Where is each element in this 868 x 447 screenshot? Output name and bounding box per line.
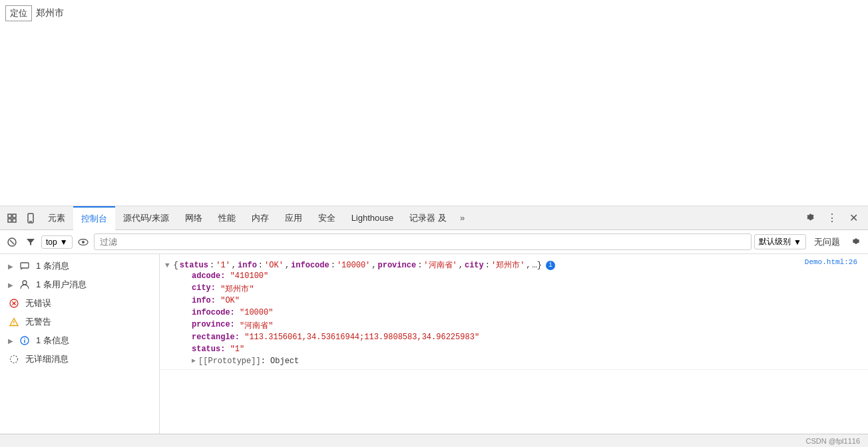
eye-icon[interactable] [75,234,91,250]
key-info: info: [192,296,216,305]
level-label: 默认级别 [759,236,791,247]
error-icon [8,297,20,309]
summary-colon5: : [485,261,490,270]
field-info: info: "OK" [192,295,479,307]
location-label: 定位 [5,5,32,21]
key-city: city: [192,283,216,293]
footer: CSDN @fpl1116 [0,434,868,447]
user-arrow: ▶ [8,281,13,289]
key-rectangle: rectangle: [192,333,240,342]
val-status: "1" [230,345,245,354]
summary-open-brace: { [174,261,178,270]
svg-rect-10 [21,263,29,268]
page-preview: 定位 郑州市 [0,0,868,206]
tab-lighthouse[interactable]: Lighthouse [343,206,402,230]
tab-console[interactable]: 控制台 [73,206,115,230]
log-summary-row: ▼ { status : '1' , info : 'OK' , infocod… [160,257,868,370]
context-selector[interactable]: top ▼ [41,235,73,249]
console-body: ▶ 1 条消息 ▶ 1 条用户消息 [0,254,868,434]
footer-text: CSDN @fpl1116 [806,437,860,445]
filter-icon[interactable] [23,234,39,250]
sidebar-item-errors[interactable]: 无错误 [0,294,159,313]
summary-colon4: : [417,261,422,270]
sidebar-item-messages[interactable]: ▶ 1 条消息 [0,257,159,275]
sidebar-item-warnings[interactable]: 无警告 [0,313,159,331]
svg-point-21 [11,356,18,363]
tab-elements[interactable]: 元素 [40,206,73,230]
val-rectangle: "113.3156061,34.53616944;113.9808583,34.… [244,333,479,342]
field-city: city: "郑州市" [192,283,479,295]
svg-rect-1 [13,214,16,218]
location-city: 郑州市 [36,7,64,19]
tab-recorder[interactable]: 记录器 及 [401,206,455,230]
key-adcode: adcode: [192,271,225,281]
sidebar-item-info[interactable]: ▶ 1 条信息 [0,331,159,350]
summary-key-info: info [238,261,257,270]
tab-memory[interactable]: 内存 [244,206,277,230]
filter-row: top ▼ 默认级别 ▼ 无问题 [0,230,868,254]
settings-icon[interactable] [801,209,820,227]
location-tag: 定位 郑州市 [5,5,64,21]
svg-rect-2 [8,219,11,222]
val-adcode: "410100" [230,271,269,281]
info-badge[interactable]: i [546,261,555,270]
json-fields: adcode: "410100" city: "郑州市" info: "OK" [165,271,479,368]
inspect-icon[interactable] [3,206,21,230]
key-province: province: [192,320,235,329]
json-expand-toggle[interactable]: ▼ [165,261,170,269]
more-options-icon[interactable]: ⋮ [823,209,841,227]
tab-application[interactable]: 应用 [277,206,310,230]
summary-colon3: : [331,261,335,270]
field-province: province: "河南省" [192,319,479,332]
tab-security[interactable]: 安全 [310,206,343,230]
close-devtools-icon[interactable]: ✕ [844,209,863,227]
no-issues-label: 无问题 [809,236,845,248]
summary-val-infocode: '10000' [337,261,370,270]
field-adcode: adcode: "410100" [192,271,479,283]
tab-more[interactable]: » [455,206,470,230]
svg-point-9 [82,241,85,243]
summary-key-province: province [378,261,417,270]
summary-val-status: '1' [216,261,230,270]
field-prototype[interactable]: ▶ [[Prototype]] : Object [192,356,479,368]
console-settings-icon[interactable] [848,234,864,250]
summary-val-province: '河南省' [423,259,457,271]
svg-point-20 [24,338,25,339]
info-arrow: ▶ [8,337,13,345]
svg-point-17 [13,324,14,325]
context-arrow: ▼ [60,237,68,247]
sidebar-item-user[interactable]: ▶ 1 条用户消息 [0,275,159,294]
tab-network[interactable]: 网络 [177,206,210,230]
prototype-label: [[Prototype]] [198,357,261,366]
sidebar-item-verbose[interactable]: 无详细消息 [0,350,159,369]
summary-colon2: : [258,261,263,270]
messages-arrow: ▶ [8,263,13,270]
clear-console-icon[interactable] [4,234,20,250]
summary-comma4: , [459,261,463,270]
summary-comma3: , [371,261,376,270]
devtools-controls: ⋮ ✕ [801,209,865,227]
user-messages-count: 1 条用户消息 [36,279,87,291]
filter-input[interactable] [94,233,752,250]
tab-performance[interactable]: 性能 [210,206,244,230]
console-output: ▼ { status : '1' , info : 'OK' , infocod… [160,254,868,434]
warning-icon [8,316,20,328]
val-info: "OK" [220,296,240,305]
prototype-toggle[interactable]: ▶ [192,357,196,365]
devtools-panel: 元素 控制台 源代码/来源 网络 性能 内存 应用 安全 Lighthouse … [0,206,868,447]
level-selector[interactable]: 默认级别 ▼ [754,234,806,249]
info-count: 1 条信息 [36,335,69,347]
warnings-label: 无警告 [25,316,51,328]
svg-point-12 [23,281,27,285]
summary-key-infocode: infocode [291,261,329,270]
device-icon[interactable] [21,206,40,230]
source-link[interactable]: Demo.html:26 [805,258,863,266]
summary-colon1: : [210,261,214,270]
messages-icon [19,260,31,272]
context-label: top [46,237,57,247]
summary-key-city: city [465,261,484,270]
summary-ellipsis: …} [533,261,542,270]
prototype-colon: : [261,357,270,366]
info-icon [19,335,31,347]
tab-source[interactable]: 源代码/来源 [115,206,177,230]
